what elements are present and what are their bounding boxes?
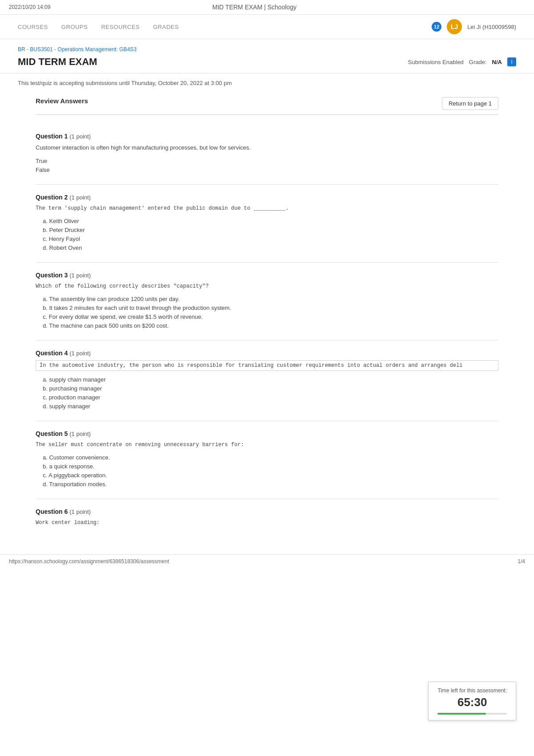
question-4-points: (1 point) <box>69 350 91 357</box>
q5-option-4[interactable]: d. Transportation modes. <box>43 481 498 488</box>
question-3-points: (1 point) <box>69 272 91 279</box>
user-name: Lei Ji (H10009598) <box>467 24 516 30</box>
question-2-text: The term 'supply chain management' enter… <box>36 204 498 212</box>
site-title: MID TERM EXAM | Schoology <box>212 4 296 11</box>
question-6-points: (1 point) <box>69 508 91 515</box>
q3-option-4[interactable]: d. The machine can pack 500 units on $20… <box>43 322 498 329</box>
avatar-initials: LJ <box>451 23 458 30</box>
main-nav: COURSES GROUPS RESOURCES GRADES 12 LJ Le… <box>0 15 534 39</box>
question-1-text: Customer interaction is often high for m… <box>36 143 498 152</box>
question-4-title: Question 4 (1 point) <box>36 350 498 357</box>
bottom-url: https://hanson.schoology.com/assignment/… <box>9 558 169 565</box>
bottom-bar: https://hanson.schoology.com/assignment/… <box>0 554 534 568</box>
grade-label: Grade: <box>469 59 487 65</box>
page-header: MID TERM EXAM Submissions Enabled Grade:… <box>0 54 534 73</box>
subtitle: This test/quiz is accepting submissions … <box>0 73 534 93</box>
q5-option-1[interactable]: a. Customer convenience. <box>43 454 498 461</box>
q2-option-4[interactable]: d. Robert Oven <box>43 244 498 251</box>
nav-right: 12 LJ Lei Ji (H10009598) <box>432 19 516 34</box>
q5-option-3[interactable]: c. A piggyback operation. <box>43 472 498 479</box>
breadcrumb[interactable]: BR - BUS3501 - Operations Management: GB… <box>0 39 534 54</box>
q4-option-2[interactable]: b. purchasing manager <box>43 385 498 392</box>
q1-option-1[interactable]: True <box>36 158 498 164</box>
question-6-text: Work center loading: <box>36 519 498 527</box>
q3-option-1[interactable]: a. The assembly line can produce 1200 un… <box>43 296 498 302</box>
question-1-block: Question 1 (1 point) Customer interactio… <box>36 124 498 185</box>
question-4-block: Question 4 (1 point) In the automotive i… <box>36 341 498 421</box>
question-3-number: Question 3 <box>36 272 68 279</box>
q4-option-1[interactable]: a. supply chain manager <box>43 376 498 383</box>
submissions-label: Submissions Enabled <box>408 59 464 65</box>
q4-option-3[interactable]: c. production manager <box>43 394 498 401</box>
review-title: Review Answers <box>36 97 88 105</box>
q3-option-3[interactable]: c. For every dollar we spend, we create … <box>43 313 498 320</box>
info-button[interactable]: i <box>507 57 516 66</box>
question-5-title: Question 5 (1 point) <box>36 430 498 437</box>
question-6-title: Question 6 (1 point) <box>36 508 498 515</box>
q4-option-4[interactable]: d. supply manager <box>43 403 498 410</box>
top-bar: 2022/10/20 14:09 MID TERM EXAM | Schoolo… <box>0 0 534 15</box>
question-1-number: Question 1 <box>36 133 68 140</box>
page-title: MID TERM EXAM <box>18 56 97 68</box>
q2-option-2[interactable]: b. Peter Drucker <box>43 227 498 233</box>
nav-courses[interactable]: COURSES <box>18 24 48 30</box>
nav-groups[interactable]: GROUPS <box>61 24 88 30</box>
question-3-block: Question 3 (1 point) Which of the follow… <box>36 263 498 341</box>
question-5-block: Question 5 (1 point) The seller must con… <box>36 421 498 499</box>
q5-option-2[interactable]: b. a quick response. <box>43 463 498 470</box>
nav-resources[interactable]: RESOURCES <box>101 24 140 30</box>
question-3-text: Which of the following correctly describ… <box>36 282 498 290</box>
question-5-number: Question 5 <box>36 430 68 437</box>
main-content: Review Answers Return to page 1 Question… <box>0 93 534 541</box>
review-header: Review Answers Return to page 1 <box>36 93 498 115</box>
timestamp: 2022/10/20 14:09 <box>9 4 50 10</box>
question-2-number: Question 2 <box>36 194 68 201</box>
question-6-block: Question 6 (1 point) Work center loading… <box>36 499 498 541</box>
q2-option-1[interactable]: a. Keith Oliver <box>43 218 498 224</box>
question-6-number: Question 6 <box>36 508 68 515</box>
question-1-points: (1 point) <box>69 133 91 140</box>
nav-links: COURSES GROUPS RESOURCES GRADES <box>18 24 179 30</box>
question-5-text: The seller must concentrate on removing … <box>36 441 498 449</box>
question-2-block: Question 2 (1 point) The term 'supply ch… <box>36 185 498 263</box>
question-2-points: (1 point) <box>69 194 91 201</box>
avatar: LJ <box>447 19 462 34</box>
header-right: Submissions Enabled Grade: N/A i <box>408 57 516 66</box>
q2-option-3[interactable]: c. Henry Fayol <box>43 236 498 242</box>
q3-option-2[interactable]: b. It takes 2 minutes for each unit to t… <box>43 305 498 311</box>
question-4-number: Question 4 <box>36 350 68 357</box>
nav-grades[interactable]: GRADES <box>153 24 179 30</box>
q1-option-2[interactable]: False <box>36 167 498 173</box>
question-5-points: (1 point) <box>69 431 91 437</box>
review-section: Review Answers Return to page 1 <box>36 93 498 115</box>
question-2-title: Question 2 (1 point) <box>36 194 498 201</box>
bottom-page-number: 1/4 <box>518 558 525 565</box>
question-4-text-inner: In the automotive industry, the person w… <box>40 362 463 369</box>
question-1-title: Question 1 (1 point) <box>36 133 498 140</box>
notification-badge[interactable]: 12 <box>432 22 441 32</box>
question-4-text[interactable]: In the automotive industry, the person w… <box>36 360 498 371</box>
question-3-title: Question 3 (1 point) <box>36 272 498 279</box>
grade-value: N/A <box>492 59 502 65</box>
return-to-page-button[interactable]: Return to page 1 <box>442 97 498 110</box>
